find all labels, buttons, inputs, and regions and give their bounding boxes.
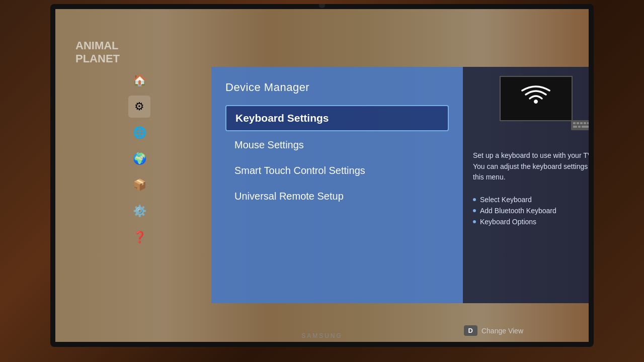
sidebar-icon-help[interactable]: ❓: [128, 226, 150, 248]
wifi-icon: [521, 84, 551, 113]
change-view-label: Change View: [481, 327, 523, 335]
svg-rect-11: [582, 126, 589, 128]
bottom-bar: D Change View: [464, 325, 523, 336]
svg-rect-4: [584, 122, 586, 124]
svg-rect-0: [571, 120, 589, 130]
menu-item-smart-touch-control-settings[interactable]: Smart Touch Control Settings: [225, 159, 449, 183]
sidebar-icon-globe[interactable]: 🌐: [128, 122, 150, 144]
detail-image: [500, 76, 573, 121]
sidebar-icon-globe2[interactable]: 🌍: [128, 148, 150, 170]
svg-rect-1: [573, 122, 576, 124]
svg-rect-5: [587, 122, 589, 124]
svg-rect-10: [578, 126, 581, 128]
detail-panel: Set up a keyboard to use with your TV. Y…: [463, 67, 589, 303]
sidebar: 🏠 ⚙ 🌐 🌍 📦 ⚙️ ❓: [128, 69, 156, 248]
dialog-title: Device Manager: [225, 81, 449, 94]
svg-rect-2: [577, 122, 579, 124]
svg-rect-3: [580, 122, 583, 124]
tv-bezel: ANIMALPLANET 🏠 ⚙ 🌐 🌍 📦 ⚙️ ❓ Device Manag…: [50, 4, 594, 347]
channel-logo: ANIMALPLANET: [75, 39, 120, 65]
svg-rect-9: [573, 126, 577, 128]
detail-bullets-list: Select Keyboard Add Bluetooth Keyboard K…: [473, 194, 589, 227]
tv-screen: ANIMALPLANET 🏠 ⚙ 🌐 🌍 📦 ⚙️ ❓ Device Manag…: [55, 9, 589, 342]
dialog-container: Device Manager Keyboard Settings Mouse S…: [211, 67, 589, 303]
camera-notch: [319, 4, 325, 8]
menu-item-mouse-settings[interactable]: Mouse Settings: [225, 133, 449, 157]
sidebar-icon-settings-circle[interactable]: ⚙: [128, 96, 150, 118]
bullet-dot-1: [473, 198, 476, 201]
bullet-dot-3: [473, 220, 476, 223]
bullet-keyboard-options: Keyboard Options: [473, 216, 589, 227]
bullet-dot-2: [473, 209, 476, 212]
sidebar-icon-home[interactable]: 🏠: [128, 69, 150, 92]
samsung-logo: SAMSUNG: [301, 332, 343, 339]
bullet-add-bluetooth-keyboard: Add Bluetooth Keyboard: [473, 205, 589, 216]
keyboard-thumbnail: [571, 120, 589, 130]
d-button[interactable]: D: [464, 325, 477, 336]
menu-item-universal-remote-setup[interactable]: Universal Remote Setup: [225, 185, 449, 208]
sidebar-icon-gear[interactable]: ⚙️: [128, 200, 150, 222]
sidebar-icon-box[interactable]: 📦: [128, 174, 150, 196]
menu-items-list: Keyboard Settings Mouse Settings Smart T…: [225, 105, 449, 208]
menu-item-keyboard-settings[interactable]: Keyboard Settings: [225, 105, 449, 131]
bullet-select-keyboard: Select Keyboard: [473, 194, 589, 205]
menu-panel: Device Manager Keyboard Settings Mouse S…: [211, 67, 463, 303]
detail-description: Set up a keyboard to use with your TV. Y…: [473, 150, 589, 183]
